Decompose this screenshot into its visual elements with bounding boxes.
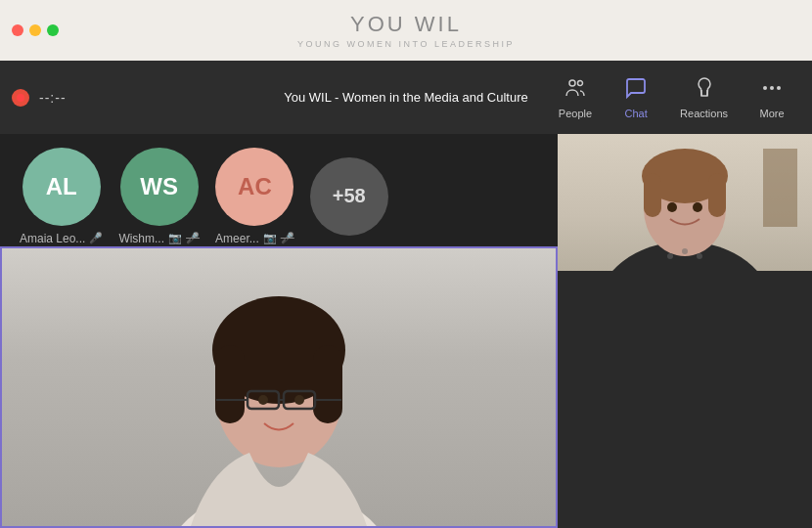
svg-point-6 — [770, 86, 774, 90]
avatar-al: AL — [23, 148, 101, 226]
logo-text: You WIL — [350, 12, 462, 37]
svg-point-2 — [577, 80, 582, 85]
participant-ac: AC Ameer... 📷 🎤 — [215, 148, 294, 245]
svg-point-1 — [569, 80, 575, 86]
meeting-title: You WIL - Women in the Media and Culture — [284, 90, 528, 105]
right-panel — [558, 134, 812, 528]
more-icon — [760, 76, 784, 106]
more-button[interactable]: More — [744, 70, 800, 125]
chat-panel — [558, 271, 812, 528]
record-icon — [16, 93, 25, 103]
participant-al-name: Amaia Leo... — [20, 232, 85, 245]
toolbar-buttons: People Chat Reactions — [547, 70, 800, 125]
participant-ws: WS Wishm... 📷 🎤 — [118, 148, 200, 245]
main-content: AL Amaia Leo... 🎤 WS Wishm... 📷 🎤 AC Ame… — [0, 134, 812, 528]
svg-point-30 — [697, 253, 702, 259]
timer-display: --:-- — [39, 90, 67, 106]
toolbar-left: --:-- — [12, 89, 67, 107]
svg-point-5 — [763, 86, 767, 90]
reactions-button[interactable]: Reactions — [668, 70, 740, 125]
svg-point-16 — [258, 395, 268, 405]
svg-point-29 — [682, 248, 688, 254]
close-button[interactable] — [12, 24, 23, 36]
svg-point-28 — [667, 253, 673, 259]
participant-al: AL Amaia Leo... 🎤 — [20, 148, 103, 245]
svg-point-26 — [667, 202, 677, 212]
traffic-lights — [12, 24, 59, 36]
title-bar: You WIL Young Women Into Leadership — [0, 0, 812, 61]
reactions-icon — [693, 76, 716, 106]
svg-point-17 — [294, 395, 304, 405]
svg-rect-11 — [215, 345, 245, 423]
avatar-count: +58 — [310, 157, 388, 236]
participant-al-name-row: Amaia Leo... 🎤 — [20, 232, 103, 245]
participant-ws-name-row: Wishm... 📷 🎤 — [118, 232, 200, 245]
teams-toolbar: --:-- You WIL - Women in the Media and C… — [0, 61, 812, 134]
people-label: People — [559, 108, 592, 119]
mic-muted-ws: 🎤 — [186, 232, 200, 244]
people-button[interactable]: People — [547, 70, 604, 125]
avatar-ac: AC — [215, 148, 293, 226]
avatar-ws: WS — [120, 148, 199, 226]
camera-icon-ws: 📷 — [168, 232, 182, 244]
speaker-video — [558, 134, 812, 271]
chat-label: Chat — [624, 108, 647, 119]
participant-ws-name: Wishm... — [118, 232, 164, 245]
main-video-person — [113, 246, 445, 526]
maximize-button[interactable] — [47, 24, 59, 36]
svg-rect-25 — [708, 173, 726, 217]
svg-rect-12 — [313, 345, 342, 423]
recording-indicator — [12, 89, 29, 107]
main-video — [0, 246, 558, 528]
participant-ac-name-row: Ameer... 📷 🎤 — [215, 232, 294, 245]
people-icon — [564, 76, 587, 106]
svg-point-0 — [17, 94, 24, 102]
more-label: More — [759, 108, 784, 119]
speaker-person-svg — [567, 139, 802, 271]
svg-point-7 — [777, 86, 781, 90]
participant-count: +58 — [310, 157, 388, 236]
svg-point-27 — [693, 202, 702, 212]
mic-muted-ac: 🎤 — [281, 232, 294, 244]
chat-button[interactable]: Chat — [608, 70, 664, 125]
mic-icon-al: 🎤 — [89, 232, 103, 244]
participant-ac-name: Ameer... — [215, 232, 259, 245]
minimize-button[interactable] — [29, 24, 41, 36]
svg-rect-24 — [644, 173, 661, 217]
avatars-row: AL Amaia Leo... 🎤 WS Wishm... 📷 🎤 AC Ame… — [0, 134, 558, 246]
logo-subtitle: Young Women Into Leadership — [297, 39, 515, 49]
participants-panel: AL Amaia Leo... 🎤 WS Wishm... 📷 🎤 AC Ame… — [0, 134, 558, 528]
chat-icon — [624, 76, 648, 106]
reactions-label: Reactions — [680, 108, 728, 119]
camera-icon-ac: 📷 — [263, 232, 277, 244]
